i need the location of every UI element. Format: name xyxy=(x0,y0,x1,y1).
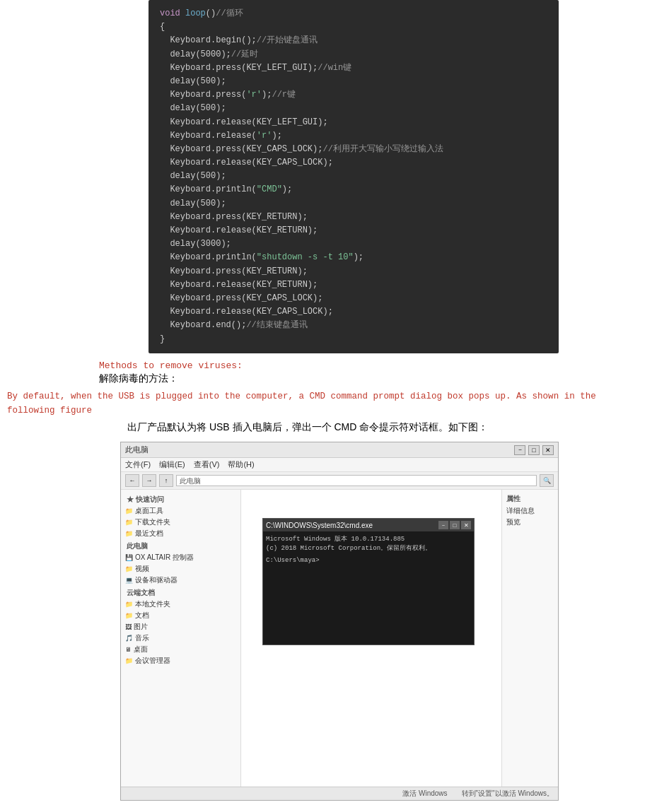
cmd-controls[interactable]: － □ ✕ xyxy=(438,521,471,529)
close-button[interactable]: ✕ xyxy=(542,445,554,455)
description-en-1: By default, when the USB is plugged into… xyxy=(0,385,669,418)
tree-item-pics[interactable]: 🖼图片 xyxy=(124,621,238,632)
sidebar-section-cloud: 云端文档 xyxy=(124,586,238,599)
cmd-minimize[interactable]: － xyxy=(438,521,448,529)
main-content-area: C:\WINDOWS\System32\cmd.exe － □ ✕ Micros… xyxy=(241,490,501,787)
cmd-title-text: C:\WINDOWS\System32\cmd.exe xyxy=(266,522,373,529)
code-line-6: delay(500); xyxy=(160,75,547,88)
methods-heading-cn: 解除病毒的方法： xyxy=(99,372,669,385)
cmd-close[interactable]: ✕ xyxy=(461,521,471,529)
code-line-19: Keyboard.println("shutdown -s -t 10"); xyxy=(160,251,547,264)
window-controls[interactable]: － □ ✕ xyxy=(514,445,554,455)
cmd-window: C:\WINDOWS\System32\cmd.exe － □ ✕ Micros… xyxy=(262,518,475,645)
code-line-20: Keyboard.press(KEY_RETURN); xyxy=(160,265,547,278)
tree-item-video[interactable]: 📁视频 xyxy=(124,563,238,575)
code-line-25: } xyxy=(160,333,547,346)
right-panel-detail[interactable]: 详细信息 xyxy=(505,505,555,517)
code-line-1: void loop()//循环 xyxy=(160,7,547,20)
code-line-10: Keyboard.release('r'); xyxy=(160,129,547,143)
window-titlebar: 此电脑 － □ ✕ xyxy=(121,442,558,458)
window-toolbar: ← → ↑ 此电脑 🔍 xyxy=(121,472,558,490)
minimize-button[interactable]: － xyxy=(514,445,525,455)
sidebar-right: 属性 详细信息 预览 xyxy=(501,490,558,787)
code-line-22: Keyboard.press(KEY_CAPS_LOCK); xyxy=(160,292,547,305)
code-line-7: Keyboard.press('r');//r键 xyxy=(160,88,547,102)
tree-item-music[interactable]: 🎵音乐 xyxy=(124,632,238,644)
window-body: ★ 快速访问 📁桌面工具 📁下载文件夹 📁最近文档 此电脑 💾OX ALTAIR… xyxy=(121,490,558,787)
code-line-2: { xyxy=(160,20,547,34)
cmd-body: Microsoft Windows 版本 10.0.17134.885 (c) … xyxy=(263,531,474,645)
code-line-21: Keyboard.release(KEY_RETURN); xyxy=(160,278,547,292)
code-line-5: Keyboard.press(KEY_LEFT_GUI);//win键 xyxy=(160,61,547,75)
cmd-line-1: Microsoft Windows 版本 10.0.17134.885 xyxy=(266,534,471,543)
tree-item-desktop[interactable]: 📁桌面工具 xyxy=(124,505,238,517)
cmd-prompt: C:\Users\maya> xyxy=(266,557,471,564)
tree-item-meeting[interactable]: 📁会议管理器 xyxy=(124,655,238,666)
methods-heading-en: Methods to remove viruses: xyxy=(99,360,669,371)
tree-item-drives[interactable]: 💻设备和驱动器 xyxy=(124,575,238,586)
code-block: void loop()//循环 { Keyboard.begin();//开始键… xyxy=(149,0,559,353)
right-panel-preview[interactable]: 预览 xyxy=(505,517,555,528)
code-line-15: delay(500); xyxy=(160,197,547,211)
menu-view[interactable]: 查看(V) xyxy=(194,459,220,470)
code-line-8: delay(500); xyxy=(160,102,547,115)
maximize-button[interactable]: □ xyxy=(528,445,540,455)
code-line-24: Keyboard.end();//结束键盘通讯 xyxy=(160,319,547,332)
code-line-11: Keyboard.press(KEY_CAPS_LOCK);//利用开大写输小写… xyxy=(160,143,547,156)
menu-file[interactable]: 文件(F) xyxy=(125,459,151,470)
window-menubar: 文件(F) 编辑(E) 查看(V) 帮助(H) xyxy=(121,458,558,472)
menu-help[interactable]: 帮助(H) xyxy=(228,459,254,470)
code-line-13: delay(500); xyxy=(160,170,547,183)
code-line-17: Keyboard.release(KEY_RETURN); xyxy=(160,224,547,237)
search-button[interactable]: 🔍 xyxy=(540,474,554,487)
code-line-12: Keyboard.release(KEY_CAPS_LOCK); xyxy=(160,156,547,170)
forward-button[interactable]: → xyxy=(142,474,156,487)
code-line-14: Keyboard.println("CMD"); xyxy=(160,183,547,196)
sidebar-left: ★ 快速访问 📁桌面工具 📁下载文件夹 📁最近文档 此电脑 💾OX ALTAIR… xyxy=(121,490,241,787)
code-line-23: Keyboard.release(KEY_CAPS_LOCK); xyxy=(160,305,547,319)
tree-item-download[interactable]: 📁下载文件夹 xyxy=(124,517,238,528)
code-line-9: Keyboard.release(KEY_LEFT_GUI); xyxy=(160,116,547,129)
tree-item-docs[interactable]: 📁文档 xyxy=(124,610,238,621)
cmd-maximize[interactable]: □ xyxy=(450,521,460,529)
screenshot-window: 此电脑 － □ ✕ 文件(F) 编辑(E) 查看(V) 帮助(H) ← → ↑ … xyxy=(120,442,559,801)
code-line-4: delay(5000);//延时 xyxy=(160,48,547,61)
menu-edit[interactable]: 编辑(E) xyxy=(159,459,185,470)
code-line-3: Keyboard.begin();//开始键盘通讯 xyxy=(160,34,547,47)
tree-item-desktop2[interactable]: 🖥桌面 xyxy=(124,644,238,655)
sidebar-section-quick: ★ 快速访问 xyxy=(124,493,238,505)
status-bar: 激活 Windows 转到"设置"以激活 Windows。 xyxy=(121,787,558,800)
tree-item-local[interactable]: 📁本地文件夹 xyxy=(124,599,238,610)
cmd-line-2: (c) 2018 Microsoft Corporation。保留所有权利。 xyxy=(266,543,471,553)
activate-windows-desc: 转到"设置"以激活 Windows。 xyxy=(462,789,554,799)
cmd-titlebar: C:\WINDOWS\System32\cmd.exe － □ ✕ xyxy=(263,519,474,531)
code-line-16: Keyboard.press(KEY_RETURN); xyxy=(160,211,547,224)
address-bar[interactable]: 此电脑 xyxy=(176,475,537,486)
code-line-18: delay(3000); xyxy=(160,237,547,251)
tree-item-altair[interactable]: 💾OX ALTAIR 控制器 xyxy=(124,552,238,563)
back-button[interactable]: ← xyxy=(125,474,139,487)
up-button[interactable]: ↑ xyxy=(159,474,173,487)
activate-windows-label: 激活 Windows xyxy=(402,789,447,799)
right-panel-title: 属性 xyxy=(505,493,555,505)
tree-item-recent[interactable]: 📁最近文档 xyxy=(124,528,238,539)
window-title: 此电脑 xyxy=(125,445,149,455)
sidebar-section-pc: 此电脑 xyxy=(124,539,238,552)
page-wrapper: void loop()//循环 { Keyboard.begin();//开始键… xyxy=(0,0,669,812)
description-cn-1: 出厂产品默认为将 USB 插入电脑后，弹出一个 CMD 命令提示符对话框。如下图… xyxy=(127,419,669,435)
